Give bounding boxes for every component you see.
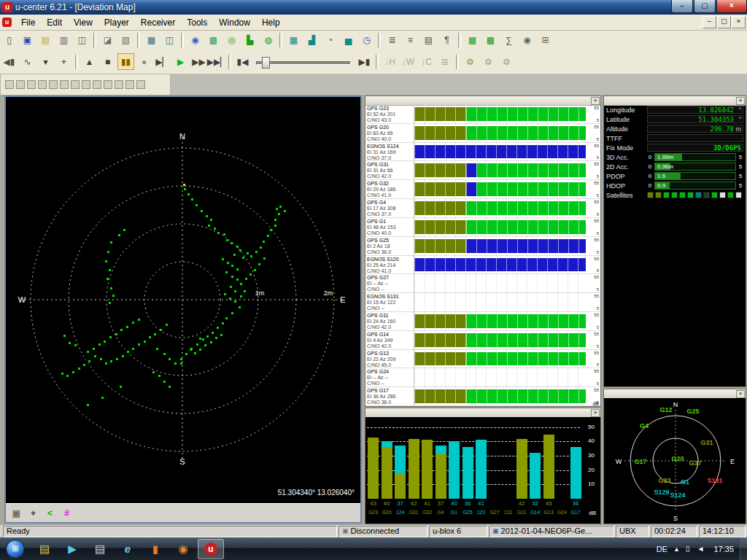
grid-green-2-icon[interactable]: ▩ xyxy=(482,32,499,49)
angle-tool-icon[interactable]: < xyxy=(42,505,58,521)
internet-explorer-icon[interactable]: e xyxy=(115,539,141,559)
deviation-point xyxy=(240,283,242,285)
close-button[interactable]: × xyxy=(716,0,747,13)
menu-window[interactable]: Window xyxy=(213,16,256,29)
status-connection[interactable]: ▣ Disconnected xyxy=(338,526,427,537)
panel-close-icon[interactable]: × xyxy=(736,97,745,105)
print-icon[interactable]: ▥ xyxy=(55,32,72,49)
new-file-icon[interactable]: ▯ xyxy=(1,32,18,49)
db-scale-min: 5 xyxy=(597,287,599,292)
seek-end-icon[interactable]: ▶▮ xyxy=(356,53,373,70)
tray-network-icon[interactable]: ▯ xyxy=(686,545,690,553)
minimize-button[interactable]: – xyxy=(671,0,693,13)
packet-console-icon[interactable]: ≡ xyxy=(402,32,419,49)
panel-close-icon[interactable]: × xyxy=(591,97,600,105)
deviation-point xyxy=(242,257,244,259)
menu-help[interactable]: Help xyxy=(256,16,286,29)
settings-gear-3-icon[interactable]: ⚙ xyxy=(498,53,515,70)
taskbar-clock[interactable]: 17:35 xyxy=(713,545,734,553)
mdi-minimize-button[interactable]: – xyxy=(703,16,716,28)
pause-icon[interactable]: ▮▮ xyxy=(117,53,134,70)
play-icon[interactable]: ▶ xyxy=(172,53,189,70)
media-player-icon[interactable]: ▶ xyxy=(59,539,85,559)
coldstart-icon[interactable]: ↓C xyxy=(418,53,435,70)
settings-gear-1-icon[interactable]: ⚙ xyxy=(462,53,479,70)
docking-clock-icon[interactable]: ◷ xyxy=(358,32,375,49)
print-preview-icon[interactable]: ◫ xyxy=(74,32,90,49)
status-logfile[interactable]: ▣ 2012-01-04-NEO6P-Ge... xyxy=(489,526,614,537)
signal-bar xyxy=(414,256,586,274)
docking-windows-icon[interactable]: ⊞ xyxy=(537,32,554,49)
table-view-icon[interactable]: ▦ xyxy=(143,32,160,49)
explorer-icon[interactable]: ▤ xyxy=(31,539,58,559)
docking-meter-icon[interactable]: ◔ xyxy=(322,32,338,49)
skip-to-end-icon[interactable]: ▶▶▏ xyxy=(209,53,225,70)
copy-icon[interactable]: ◪ xyxy=(99,32,116,49)
screenshot-icon[interactable]: ▧ xyxy=(117,32,134,49)
histogram-view-icon[interactable]: ▅ xyxy=(340,32,357,49)
statistics-view-icon[interactable]: ∑ xyxy=(500,32,517,49)
deviation-map-icon[interactable]: ◎ xyxy=(223,32,240,49)
google-earth-icon[interactable]: ◉ xyxy=(187,32,204,49)
docking-chart-icon[interactable]: ▟ xyxy=(303,32,320,49)
db-scale-max: 55 xyxy=(594,369,599,373)
mdi-restore-button[interactable]: ▢ xyxy=(717,16,731,28)
slider-handle[interactable] xyxy=(262,57,270,69)
jump-to-start-icon[interactable]: ◀▮ xyxy=(1,53,18,70)
text-console-icon[interactable]: ¶ xyxy=(438,32,455,49)
show-desktop-button[interactable] xyxy=(740,537,747,560)
binary-console-icon[interactable]: ▤ xyxy=(420,32,437,49)
mdi-close-button[interactable]: × xyxy=(732,16,746,28)
select-dropdown-icon[interactable]: ▾ xyxy=(37,53,54,70)
hotstart-icon[interactable]: ↓H xyxy=(382,53,398,70)
mdi-child-icon[interactable]: u xyxy=(2,18,12,27)
menu-file[interactable]: File xyxy=(15,16,41,29)
settings-gear-2-icon[interactable]: ⚙ xyxy=(480,53,497,70)
deviation-map-plot[interactable]: NSWE1m2m51.304340° 13.026040° xyxy=(6,97,360,502)
messages-view-icon[interactable]: ≣ xyxy=(384,32,400,49)
step-forward-icon[interactable]: ▶▏ xyxy=(154,53,171,70)
notepad-icon[interactable]: ▤ xyxy=(87,539,113,559)
stop-icon[interactable]: ■ xyxy=(99,53,116,70)
language-indicator[interactable]: DE xyxy=(657,545,667,553)
open-file-icon[interactable]: ▤ xyxy=(37,32,54,49)
split-view-icon[interactable]: ◫ xyxy=(161,32,178,49)
pan-tool-icon[interactable]: + xyxy=(26,505,41,521)
title-bar: u u-center 6.21 - [Deviation Map] – ▢ × xyxy=(0,0,747,15)
record-icon[interactable]: ● xyxy=(136,53,152,70)
measure-pointer-icon[interactable]: + xyxy=(55,53,72,70)
export-image-icon[interactable]: ▣ xyxy=(9,505,24,521)
warmstart-icon[interactable]: ↓W xyxy=(400,53,417,70)
save-file-icon[interactable]: ▣ xyxy=(19,32,36,49)
tray-volume-icon[interactable]: ◄ xyxy=(697,545,705,553)
docking-table-icon[interactable]: ▦ xyxy=(285,32,302,49)
chart-view-icon[interactable]: ▙ xyxy=(241,32,258,49)
satellite-info: GPS G23El 52 Az 201C/NO 43.0 xyxy=(365,105,414,123)
grid-green-1-icon[interactable]: ▦ xyxy=(464,32,481,49)
grid-tool-icon[interactable]: # xyxy=(59,505,74,521)
seek-start-icon[interactable]: ▮◀ xyxy=(234,53,251,70)
satellite-name: GPS G32 xyxy=(367,181,414,187)
app-icon[interactable]: u xyxy=(2,2,12,12)
u-center-taskbar-icon[interactable]: u xyxy=(198,539,224,559)
winamp-icon[interactable]: ▮ xyxy=(142,539,169,559)
sky-view-icon[interactable]: ◍ xyxy=(260,32,276,49)
fast-forward-icon[interactable]: ▶▶ xyxy=(190,53,207,70)
panel-close-icon[interactable]: × xyxy=(591,409,600,417)
maximize-button[interactable]: ▢ xyxy=(694,0,716,13)
firefox-icon[interactable]: ◉ xyxy=(170,539,196,559)
marker-pair-icon[interactable]: ⊞ xyxy=(436,53,453,70)
panel-close-icon[interactable]: × xyxy=(736,390,745,398)
tray-expand-icon[interactable]: ▴ xyxy=(675,545,678,553)
position-slider[interactable] xyxy=(256,55,351,69)
menu-edit[interactable]: Edit xyxy=(41,16,68,29)
menu-tools[interactable]: Tools xyxy=(181,16,213,29)
menu-player[interactable]: Player xyxy=(98,16,135,29)
waveform-icon[interactable]: ∿ xyxy=(19,53,36,70)
menu-view[interactable]: View xyxy=(68,16,98,29)
eject-icon[interactable]: ▲ xyxy=(81,53,98,70)
start-button[interactable]: ⊞ xyxy=(6,540,25,559)
map-view-icon[interactable]: ▩ xyxy=(205,32,222,49)
camera-icon[interactable]: ◉ xyxy=(519,32,535,49)
menu-receiver[interactable]: Receiver xyxy=(135,16,181,29)
